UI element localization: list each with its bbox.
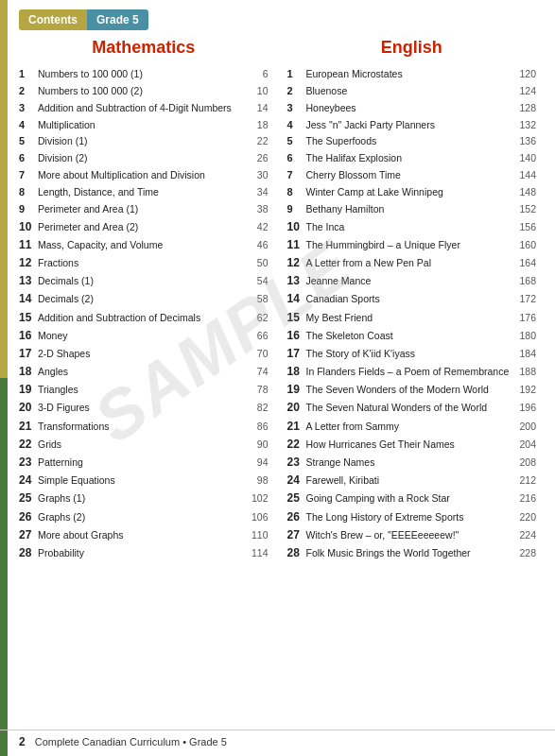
toc-number: 18 <box>287 364 306 379</box>
toc-page: 106 <box>250 510 269 524</box>
toc-page: 62 <box>250 311 269 324</box>
table-row: 5 Division (1) 22 <box>19 134 269 148</box>
toc-title: The Inca <box>306 220 514 233</box>
toc-page: 200 <box>517 420 536 433</box>
toc-title: In Flanders Fields – a Poem of Remembran… <box>306 365 514 378</box>
toc-title: Fractions <box>38 256 246 269</box>
toc-number: 21 <box>19 419 38 434</box>
toc-page: 110 <box>250 528 269 541</box>
table-row: 18 In Flanders Fields – a Poem of Rememb… <box>287 364 537 379</box>
toc-page: 6 <box>250 67 269 80</box>
toc-page: 168 <box>517 274 536 287</box>
table-row: 16 The Skeleton Coast 180 <box>287 328 537 343</box>
toc-page: 82 <box>250 401 269 414</box>
toc-page: 54 <box>250 274 269 287</box>
toc-title: Graphs (2) <box>38 510 246 524</box>
toc-title: European Microstates <box>306 67 514 80</box>
toc-number: 18 <box>19 364 38 379</box>
toc-page: 46 <box>250 238 269 251</box>
table-row: 9 Perimeter and Area (1) 38 <box>19 202 269 216</box>
toc-title: Perimeter and Area (2) <box>38 220 246 233</box>
table-row: 22 How Hurricanes Get Their Names 204 <box>287 437 537 452</box>
toc-title: Division (1) <box>38 134 246 147</box>
table-row: 3 Addition and Subtraction of 4-Digit Nu… <box>19 101 269 115</box>
toc-number: 25 <box>19 490 38 506</box>
toc-title: Multiplication <box>38 118 246 131</box>
toc-number: 20 <box>287 400 306 415</box>
toc-page: 34 <box>250 185 269 198</box>
table-row: 12 Fractions 50 <box>19 255 269 270</box>
toc-page: 180 <box>517 329 536 342</box>
toc-number: 4 <box>287 118 306 132</box>
table-row: 12 A Letter from a New Pen Pal 164 <box>287 255 537 270</box>
toc-number: 9 <box>19 202 38 216</box>
toc-page: 124 <box>517 84 536 97</box>
toc-number: 5 <box>19 134 38 148</box>
table-row: 27 More about Graphs 110 <box>19 527 269 542</box>
toc-title: The Halifax Explosion <box>306 151 514 164</box>
toc-number: 11 <box>287 237 306 252</box>
toc-number: 15 <box>19 310 38 325</box>
toc-title: Decimals (2) <box>38 292 246 305</box>
table-row: 24 Farewell, Kiribati 212 <box>287 472 537 488</box>
toc-number: 20 <box>19 400 38 415</box>
toc-title: Bluenose <box>306 84 514 97</box>
toc-page: 128 <box>517 101 536 114</box>
toc-page: 86 <box>250 420 269 433</box>
toc-page: 22 <box>250 134 269 147</box>
table-row: 11 The Hummingbird – a Unique Flyer 160 <box>287 237 537 252</box>
toc-title: Folk Music Brings the World Together <box>306 546 514 559</box>
toc-title: More about Graphs <box>38 528 246 541</box>
toc-title: My Best Friend <box>306 311 514 324</box>
toc-title: Simple Equations <box>38 473 246 487</box>
table-row: 28 Folk Music Brings the World Together … <box>287 545 537 560</box>
toc-title: A Letter from Sammy <box>306 420 514 433</box>
toc-title: Mass, Capacity, and Volume <box>38 238 246 251</box>
toc-title: 2-D Shapes <box>38 347 246 360</box>
toc-page: 220 <box>517 510 536 524</box>
header-bar: Contents Grade 5 <box>0 0 555 38</box>
footer: 2 Complete Canadian Curriculum • Grade 5 <box>0 730 555 748</box>
toc-title: Angles <box>38 365 246 378</box>
toc-page: 192 <box>517 383 536 396</box>
toc-number: 28 <box>19 545 38 560</box>
table-row: 23 Strange Names 208 <box>287 455 537 470</box>
toc-number: 3 <box>287 101 306 115</box>
toc-title: Winter Camp at Lake Winnipeg <box>306 185 514 198</box>
toc-page: 132 <box>517 118 536 131</box>
table-row: 19 Triangles 78 <box>19 382 269 397</box>
toc-number: 27 <box>19 527 38 542</box>
table-row: 8 Winter Camp at Lake Winnipeg 148 <box>287 185 537 199</box>
toc-number: 15 <box>287 310 306 325</box>
toc-title: Honeybees <box>306 101 514 114</box>
toc-title: Probability <box>38 546 246 559</box>
toc-page: 188 <box>517 365 536 378</box>
table-row: 11 Mass, Capacity, and Volume 46 <box>19 237 269 252</box>
table-row: 8 Length, Distance, and Time 34 <box>19 185 269 199</box>
toc-number: 12 <box>19 255 38 270</box>
toc-page: 14 <box>250 101 269 114</box>
toc-title: Strange Names <box>306 455 514 469</box>
toc-title: Numbers to 100 000 (1) <box>38 67 246 80</box>
toc-page: 172 <box>517 292 536 305</box>
toc-title: Grids <box>38 438 246 451</box>
table-row: 21 Transformations 86 <box>19 419 269 434</box>
toc-title: The Hummingbird – a Unique Flyer <box>306 238 514 251</box>
table-row: 2 Numbers to 100 000 (2) 10 <box>19 84 269 98</box>
toc-page: 152 <box>517 202 536 215</box>
toc-title: Canadian Sports <box>306 292 514 305</box>
toc-title: Witch's Brew – or, "EEEEeeeeew!" <box>306 528 514 541</box>
toc-number: 23 <box>287 455 306 470</box>
contents-tab: Contents <box>19 9 87 30</box>
grade-tab: Grade 5 <box>87 9 148 30</box>
table-row: 25 Graphs (1) 102 <box>19 490 269 506</box>
toc-number: 24 <box>19 472 38 488</box>
toc-title: A Letter from a New Pen Pal <box>306 256 514 269</box>
toc-page: 176 <box>517 311 536 324</box>
math-title: Mathematics <box>19 38 269 58</box>
table-row: 13 Jeanne Mance 168 <box>287 273 537 288</box>
toc-page: 42 <box>250 220 269 233</box>
toc-page: 58 <box>250 292 269 305</box>
toc-number: 17 <box>287 346 306 361</box>
toc-page: 70 <box>250 347 269 360</box>
